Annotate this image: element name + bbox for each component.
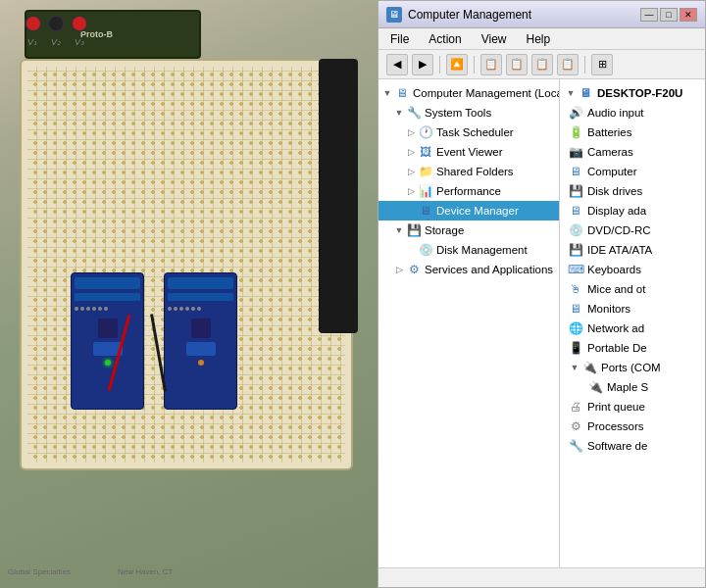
system-tools-expander[interactable]: ▼ <box>392 106 406 120</box>
toolbar-separator-3 <box>584 56 585 74</box>
shared-folders-icon: 📁 <box>418 164 433 179</box>
device-display-adapter[interactable]: 🖥 Display ada <box>560 201 705 220</box>
breadboard <box>20 59 353 470</box>
services-expander[interactable]: ▷ <box>392 263 406 276</box>
maximize-button[interactable]: □ <box>660 8 678 22</box>
disk-management-icon: 💿 <box>418 242 433 258</box>
mice-label: Mice and ot <box>587 283 645 295</box>
device-mice[interactable]: 🖱 Mice and ot <box>560 279 705 299</box>
software-label: Software de <box>587 440 647 452</box>
monitors-icon: 🖥 <box>568 301 583 317</box>
properties-button[interactable]: 📋 <box>506 54 528 75</box>
extra-button[interactable]: ⊞ <box>591 54 613 75</box>
toolbar: ◀ ▶ 🔼 📋 📋 📋 📋 ⊞ <box>378 50 705 79</box>
label-city: New Haven, CT <box>118 567 173 576</box>
device-ide[interactable]: 💾 IDE ATA/ATA <box>560 240 705 260</box>
keyboards-label: Keyboards <box>587 264 641 275</box>
menu-help[interactable]: Help <box>523 30 555 48</box>
devices-header[interactable]: ▼ 🖥 DESKTOP-F20U <box>560 83 705 103</box>
task-scheduler-expander[interactable]: ▷ <box>404 125 418 139</box>
device-panel: ▼ 🖥 DESKTOP-F20U 🔊 Audio input 🔋 Batteri… <box>560 79 705 567</box>
help-button[interactable]: 📋 <box>531 54 553 75</box>
maple-label: Maple S <box>607 381 648 393</box>
device-processors[interactable]: ⚙ Processors <box>560 416 705 436</box>
toolbar-separator-1 <box>439 56 440 74</box>
devices-header-icon: 🖥 <box>578 85 593 101</box>
device-audio-input[interactable]: 🔊 Audio input <box>560 103 705 122</box>
computer-label: Computer <box>587 166 637 177</box>
tree-storage[interactable]: ▼ 💾 Storage <box>378 220 559 240</box>
tree-shared-folders[interactable]: ▷ 📁 Shared Folders <box>378 162 559 181</box>
root-label: Computer Management (Local <box>413 87 560 99</box>
shared-folders-expander[interactable]: ▷ <box>404 165 418 178</box>
device-dvd[interactable]: 💿 DVD/CD-RC <box>560 220 705 240</box>
dvd-icon: 💿 <box>568 222 583 238</box>
menu-action[interactable]: Action <box>425 30 465 48</box>
device-network[interactable]: 🌐 Network ad <box>560 318 705 338</box>
portable-icon: 📱 <box>568 340 583 356</box>
label-v1: V₁ <box>27 37 37 47</box>
print-icon: 🖨 <box>568 399 583 415</box>
services-icon: ⚙ <box>406 262 422 277</box>
menu-file[interactable]: File <box>386 30 413 48</box>
devices-header-label: DESKTOP-F20U <box>597 87 682 99</box>
device-print[interactable]: 🖨 Print queue <box>560 397 705 416</box>
computer-management-window: 🖥 Computer Management — □ ✕ File Action … <box>378 0 706 588</box>
window-title: Computer Management <box>408 8 531 22</box>
minimize-button[interactable]: — <box>640 8 658 22</box>
batteries-label: Batteries <box>587 126 631 138</box>
device-cameras[interactable]: 📷 Cameras <box>560 142 705 162</box>
up-button[interactable]: 🔼 <box>446 54 468 75</box>
tree-system-tools[interactable]: ▼ 🔧 System Tools <box>378 103 559 122</box>
label-global: Global Specialties <box>8 567 71 576</box>
label-v2: V₂ <box>51 37 61 47</box>
disk-drives-icon: 💾 <box>568 183 583 199</box>
processors-label: Processors <box>587 420 644 432</box>
print-label: Print queue <box>587 401 645 413</box>
back-button[interactable]: ◀ <box>386 54 408 75</box>
device-monitors[interactable]: 🖥 Monitors <box>560 299 705 318</box>
forward-button[interactable]: ▶ <box>412 54 433 75</box>
device-maple[interactable]: 🔌 Maple S <box>560 377 705 397</box>
disk-drives-label: Disk drives <box>587 185 642 197</box>
device-keyboards[interactable]: ⌨ Keyboards <box>560 260 705 279</box>
monitors-label: Monitors <box>587 303 630 315</box>
system-tools-label: System Tools <box>425 107 491 119</box>
main-content: ▼ 🖥 Computer Management (Local ▼ 🔧 Syste… <box>378 79 705 567</box>
title-controls: — □ ✕ <box>640 8 697 22</box>
device-disk-drives[interactable]: 💾 Disk drives <box>560 181 705 201</box>
device-portable[interactable]: 📱 Portable De <box>560 338 705 358</box>
tree-root[interactable]: ▼ 🖥 Computer Management (Local <box>378 83 559 103</box>
event-viewer-expander[interactable]: ▷ <box>404 145 418 159</box>
tree-performance[interactable]: ▷ 📊 Performance <box>378 181 559 201</box>
grid-button[interactable]: 📋 <box>557 54 579 75</box>
storage-expander[interactable]: ▼ <box>392 223 406 237</box>
audio-icon: 🔊 <box>568 105 583 121</box>
tree-services[interactable]: ▷ ⚙ Services and Applications <box>378 260 559 279</box>
tree-event-viewer[interactable]: ▷ 🖼 Event Viewer <box>378 142 559 162</box>
device-software[interactable]: 🔧 Software de <box>560 436 705 456</box>
storage-label: Storage <box>425 224 464 236</box>
ports-expander[interactable]: ▼ <box>568 363 581 372</box>
terminal-v1 <box>25 15 42 32</box>
proto-label: Proto-B <box>80 29 113 39</box>
tree-disk-management[interactable]: 💿 Disk Management <box>378 240 559 260</box>
close-button[interactable]: ✕ <box>680 8 697 22</box>
devices-header-expander: ▼ <box>564 86 578 100</box>
task-scheduler-label: Task Scheduler <box>436 126 514 138</box>
event-viewer-label: Event Viewer <box>436 146 503 158</box>
tree-device-manager[interactable]: 🖥 Device Manager <box>378 201 559 220</box>
device-computer[interactable]: 🖥 Computer <box>560 162 705 181</box>
device-ports[interactable]: ▼ 🔌 Ports (COM <box>560 358 705 377</box>
device-batteries[interactable]: 🔋 Batteries <box>560 122 705 142</box>
terminal-v3 <box>71 15 88 32</box>
event-viewer-icon: 🖼 <box>418 144 433 160</box>
arduino-2 <box>164 272 237 410</box>
mice-icon: 🖱 <box>568 281 583 297</box>
show-hide-button[interactable]: 📋 <box>480 54 502 75</box>
tree-task-scheduler[interactable]: ▷ 🕐 Task Scheduler <box>378 122 559 142</box>
window-icon: 🖥 <box>386 7 402 23</box>
menu-view[interactable]: View <box>478 30 511 48</box>
task-scheduler-icon: 🕐 <box>418 124 433 140</box>
performance-expander[interactable]: ▷ <box>404 184 418 198</box>
